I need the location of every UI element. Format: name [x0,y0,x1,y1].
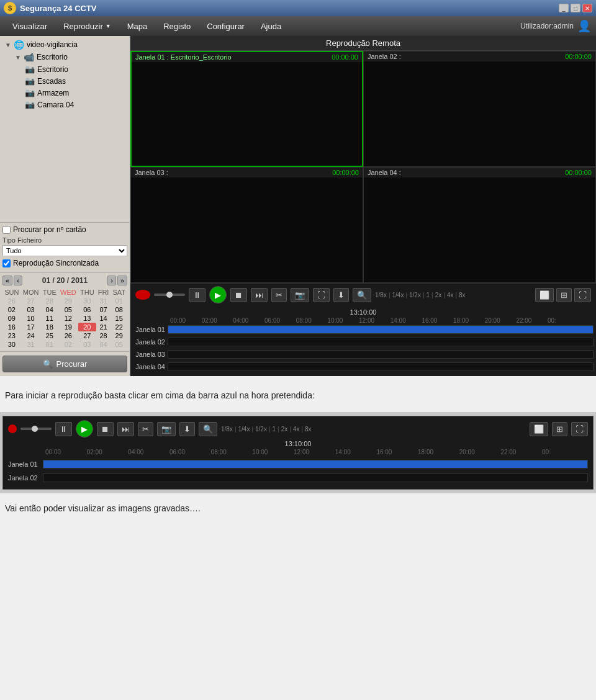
cal-day-4-3[interactable]: 26 [58,331,78,340]
cal-day-1-6[interactable]: 08 [111,305,127,314]
snapshot-button[interactable]: 📷 [291,288,309,302]
timeline-track-3[interactable] [168,362,594,371]
cal-day-4-0[interactable]: 23 [2,331,21,340]
speed-1[interactable]: 1 [427,292,430,298]
cal-day-0-1[interactable]: 27 [21,297,41,305]
s-4[interactable]: 4x [293,426,300,433]
cal-day-5-4[interactable]: 03 [78,340,96,349]
video-cell-2-content[interactable] [364,61,595,166]
second-track-1[interactable] [43,460,588,469]
s-1-4[interactable]: 1/4x [238,426,250,433]
timeline-track-2[interactable] [168,350,594,359]
second-snapshot-btn[interactable]: 📷 [157,422,176,436]
cal-day-2-5[interactable]: 14 [96,314,111,323]
second-clip-btn[interactable]: ✂ [138,422,153,436]
cal-day-2-6[interactable]: 15 [111,314,127,323]
cal-day-1-0[interactable]: 02 [2,305,21,314]
cal-day-5-2[interactable]: 01 [41,340,58,349]
cal-day-3-6[interactable]: 22 [111,323,127,331]
menu-mapa[interactable]: Mapa [120,19,155,34]
cal-day-1-2[interactable]: 04 [41,305,58,314]
zoom-button[interactable]: 🔍 [353,288,371,302]
speed-2[interactable]: 2x [435,292,442,298]
cal-day-1-3[interactable]: 05 [58,305,78,314]
video-cell-4-content[interactable] [364,177,595,282]
sync-checkbox[interactable] [2,259,11,267]
second-volume-slider[interactable] [20,428,52,430]
second-download-btn[interactable]: ⬇ [179,422,195,436]
timeline-track-1[interactable] [168,338,594,346]
cal-day-3-5[interactable]: 21 [96,323,111,331]
volume-slider[interactable] [154,294,185,296]
timeline-track-0[interactable] [168,325,594,334]
maximize-button[interactable]: □ [571,4,580,12]
cal-day-3-3[interactable]: 19 [58,323,78,331]
layout-single[interactable]: ⬜ [535,288,554,302]
second-layout-full[interactable]: ⛶ [571,422,588,436]
download-button[interactable]: ⬇ [333,288,349,302]
camera-item-1[interactable]: 📷 Escadas [22,75,127,87]
cal-day-5-3[interactable]: 02 [58,340,78,349]
cal-day-5-1[interactable]: 31 [21,340,41,349]
next-frame-button[interactable]: ⏭ [251,288,268,302]
speed-1-2[interactable]: 1/2x [409,292,421,298]
cal-day-2-1[interactable]: 10 [21,314,41,323]
s-1[interactable]: 1 [273,426,276,433]
cal-day-5-5[interactable]: 04 [96,340,111,349]
cal-day-0-0[interactable]: 26 [2,297,21,305]
second-step-btn[interactable]: ⏭ [117,422,134,436]
tree-group[interactable]: ▼ 📹 Escritorio [12,51,127,63]
s-2[interactable]: 2x [281,426,288,433]
search-checkbox[interactable] [2,226,11,234]
cal-day-4-5[interactable]: 28 [96,331,111,340]
cal-day-2-2[interactable]: 11 [41,314,58,323]
layout-quad[interactable]: ⊞ [556,288,572,302]
s-1-2[interactable]: 1/2x [255,426,267,433]
cal-day-0-3[interactable]: 29 [58,297,78,305]
cal-day-2-3[interactable]: 12 [58,314,78,323]
second-zoom-btn[interactable]: 🔍 [199,422,217,436]
speed-8[interactable]: 8x [459,292,466,298]
cal-prev-year[interactable]: « [2,276,12,285]
menu-registo[interactable]: Registo [156,19,198,34]
cal-day-4-1[interactable]: 24 [21,331,41,340]
stop2-button[interactable]: ⏹ [230,288,247,302]
s-8[interactable]: 8x [305,426,312,433]
layout-full[interactable]: ⛶ [574,288,591,302]
cal-day-4-2[interactable]: 25 [41,331,58,340]
cal-next-month[interactable]: › [107,276,116,285]
second-layout-quad[interactable]: ⊞ [552,422,567,436]
cal-day-1-1[interactable]: 03 [21,305,41,314]
cal-day-0-5[interactable]: 31 [96,297,111,305]
stop-button[interactable]: ⏸ [189,288,205,302]
cal-prev-month[interactable]: ‹ [14,276,22,285]
camera-item-2[interactable]: 📷 Armazem [22,87,127,99]
menu-reproduzir[interactable]: Reproduzir ▼ [56,19,119,34]
s-1-8[interactable]: 1/8x [221,426,233,433]
cal-day-3-2[interactable]: 18 [41,323,58,331]
cal-day-4-6[interactable]: 29 [111,331,127,340]
second-play-btn[interactable]: ▶ [76,420,93,437]
camera-item-0[interactable]: 📷 Escritorio [22,63,127,75]
tree-root[interactable]: ▼ 🌐 video-vigilancia [2,38,127,51]
search-button[interactable]: 🔍 Procurar [2,356,127,372]
cal-day-2-0[interactable]: 09 [2,314,21,323]
clip-button[interactable]: ✂ [271,288,287,302]
cal-day-4-4[interactable]: 27 [78,331,96,340]
second-stop-btn[interactable]: ⏹ [97,422,114,436]
minimize-button[interactable]: _ [559,4,569,12]
fullscreen-button[interactable]: ⛶ [313,288,330,302]
cal-day-1-5[interactable]: 07 [96,305,111,314]
cal-day-2-4[interactable]: 13 [78,314,96,323]
menu-configurar[interactable]: Configurar [199,19,252,34]
video-cell-3-content[interactable] [131,177,363,282]
title-bar-controls[interactable]: _ □ ✕ [559,4,592,12]
second-pause-btn[interactable]: ⏸ [55,422,72,436]
cal-day-0-6[interactable]: 01 [111,297,127,305]
cal-day-3-0[interactable]: 16 [2,323,21,331]
video-cell-1-content[interactable] [132,62,362,166]
speed-4[interactable]: 4x [447,292,454,298]
menu-visualizar[interactable]: Visualizar [5,19,55,34]
close-button[interactable]: ✕ [582,4,592,12]
speed-1-8[interactable]: 1/8x [375,292,387,298]
